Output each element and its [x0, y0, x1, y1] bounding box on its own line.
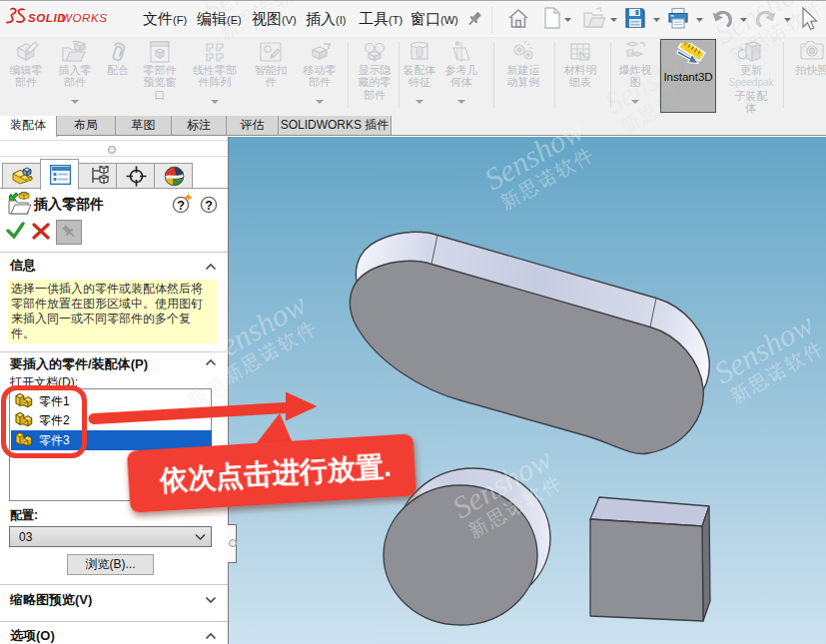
svg-text:?: ?: [177, 199, 185, 213]
svg-text:WORKS: WORKS: [61, 12, 107, 24]
svg-text:?: ?: [205, 199, 213, 213]
